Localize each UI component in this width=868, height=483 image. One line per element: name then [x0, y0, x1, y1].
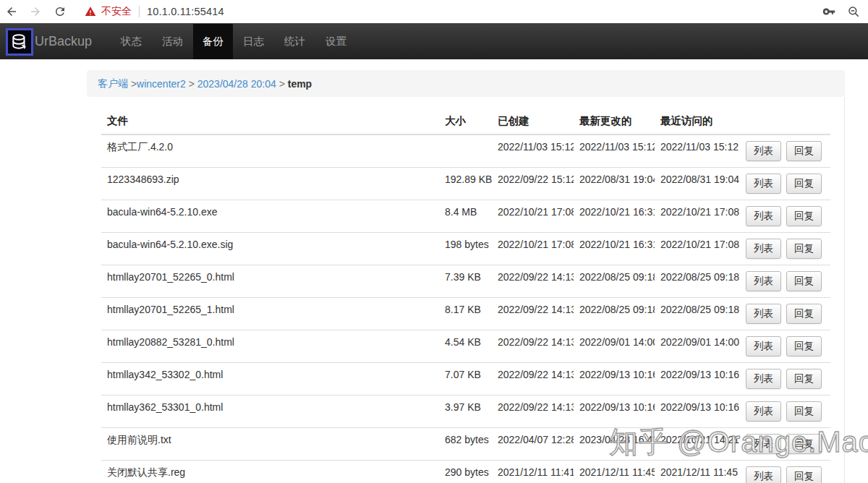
- table-row: bacula-win64-5.2.10.exe.sig198 bytes2022…: [101, 233, 830, 265]
- restore-button[interactable]: 回复: [786, 401, 822, 422]
- list-button[interactable]: 列表: [746, 401, 781, 422]
- cell-modified: 2022/10/21 16:31: [574, 200, 655, 233]
- breadcrumb-link-2[interactable]: wincenter2: [137, 78, 186, 90]
- cell-size: 7.07 KB: [439, 363, 492, 396]
- cell-accessed: 2022/10/21 14:21: [655, 428, 740, 461]
- list-button[interactable]: 列表: [746, 466, 781, 483]
- cell-created: 2022/04/07 12:28: [492, 428, 574, 461]
- restore-button[interactable]: 回复: [786, 336, 822, 356]
- cell-modified: 2022/09/13 10:16: [574, 363, 655, 396]
- cell-actions: 列表回复: [740, 396, 830, 428]
- cell-modified: 2023/04/28 16:41: [574, 428, 655, 461]
- key-icon[interactable]: [822, 4, 836, 19]
- cell-accessed: 2022/09/13 10:16: [655, 396, 740, 428]
- list-button[interactable]: 列表: [746, 239, 781, 259]
- nav-tab-activities[interactable]: 活动: [152, 24, 193, 59]
- restore-button[interactable]: 回复: [786, 304, 822, 324]
- breadcrumb-separator: >: [276, 78, 288, 90]
- restore-button[interactable]: 回复: [786, 239, 822, 259]
- cell-actions: 列表回复: [740, 233, 830, 265]
- urbackup-logo-icon: [6, 28, 33, 56]
- cell-modified: 2022/10/21 16:31: [574, 233, 655, 265]
- breadcrumb: 客户端 >wincenter2 > 2023/04/28 20:04 > tem…: [87, 70, 845, 97]
- cell-actions: 列表回复: [740, 330, 830, 363]
- breadcrumb-separator: >: [186, 78, 197, 90]
- col-header-accessed: 最近访问的: [655, 108, 740, 134]
- list-button[interactable]: 列表: [746, 304, 781, 324]
- restore-button[interactable]: 回复: [786, 206, 822, 226]
- cell-file-name: htmllay342_53302_0.html: [101, 363, 439, 396]
- col-header-actions: [740, 108, 830, 134]
- cell-accessed: 2021/12/11 11:45: [655, 461, 740, 483]
- cell-created: 2022/09/22 14:13: [492, 298, 574, 330]
- cell-accessed: 2022/09/01 14:00: [655, 330, 740, 363]
- list-button[interactable]: 列表: [746, 271, 781, 291]
- nav-menu: 状态活动备份日志统计设置: [111, 24, 357, 59]
- list-button[interactable]: 列表: [746, 206, 781, 226]
- list-button[interactable]: 列表: [746, 434, 781, 454]
- address-bar-url[interactable]: 10.1.0.11:55414: [147, 6, 224, 17]
- col-header-size: 大小: [439, 108, 492, 134]
- content-right-edge: [844, 97, 845, 483]
- table-row: htmllay342_53302_0.html7.07 KB2022/09/22…: [101, 363, 830, 396]
- cell-file-name: htmllay362_53301_0.html: [101, 396, 439, 428]
- breadcrumb-link-4[interactable]: 2023/04/28 20:04: [197, 78, 276, 90]
- warning-triangle-icon: [85, 6, 96, 17]
- cell-size: 7.39 KB: [439, 265, 492, 298]
- cell-created: 2022/09/22 14:13: [492, 396, 574, 428]
- nav-tab-logs[interactable]: 日志: [233, 24, 274, 59]
- restore-button[interactable]: 回复: [786, 141, 822, 161]
- cell-actions: 列表回复: [740, 168, 830, 200]
- cell-created: 2022/09/22 14:13: [492, 265, 574, 298]
- breadcrumb-separator: >: [128, 78, 137, 90]
- cell-accessed: 2022/08/31 19:04: [655, 168, 740, 200]
- table-row: htmllay20701_52265_0.html7.39 KB2022/09/…: [101, 265, 830, 298]
- list-button[interactable]: 列表: [746, 336, 781, 356]
- cell-created: 2022/09/22 15:12: [492, 168, 574, 200]
- cell-modified: 2022/09/13 10:16: [574, 396, 655, 428]
- back-icon[interactable]: [4, 4, 19, 19]
- cell-size: 682 bytes: [439, 428, 492, 461]
- cell-accessed: 2022/08/25 09:18: [655, 298, 740, 330]
- nav-tab-settings[interactable]: 设置: [315, 24, 357, 59]
- cell-size: 3.97 KB: [439, 396, 492, 428]
- cell-file-name: bacula-win64-5.2.10.exe: [101, 200, 439, 233]
- cell-created: 2022/11/03 15:12: [492, 134, 574, 168]
- restore-button[interactable]: 回复: [786, 174, 822, 194]
- breadcrumb-link-0[interactable]: 客户端: [98, 77, 128, 90]
- content-area: 客户端 >wincenter2 > 2023/04/28 20:04 > tem…: [87, 70, 845, 483]
- table-row: htmllay20882_53281_0.html4.54 KB2022/09/…: [101, 330, 830, 363]
- cell-size: 8.17 KB: [439, 298, 492, 330]
- cell-size: [439, 134, 492, 168]
- restore-button[interactable]: 回复: [786, 466, 822, 483]
- nav-tab-backups[interactable]: 备份: [193, 24, 233, 59]
- list-button[interactable]: 列表: [746, 141, 781, 161]
- breadcrumb-current: temp: [288, 78, 312, 90]
- cell-actions: 列表回复: [740, 428, 830, 461]
- nav-tab-status[interactable]: 状态: [111, 24, 152, 59]
- zoom-icon[interactable]: [846, 4, 861, 19]
- urbackup-logo[interactable]: UrBackup: [0, 24, 92, 59]
- cell-file-name: 1223348693.zip: [101, 168, 439, 200]
- forward-icon[interactable]: [28, 4, 43, 19]
- cell-size: 198 bytes: [439, 233, 492, 265]
- restore-button[interactable]: 回复: [786, 369, 822, 389]
- navbar: UrBackup 状态活动备份日志统计设置: [0, 23, 868, 59]
- table-row: htmllay20701_52265_1.html8.17 KB2022/09/…: [101, 298, 830, 330]
- col-header-created: 已创建: [492, 108, 574, 134]
- cell-actions: 列表回复: [740, 363, 830, 396]
- list-button[interactable]: 列表: [746, 174, 781, 194]
- table-row: 格式工厂.4.2.02022/11/03 15:122022/11/03 15:…: [101, 134, 830, 168]
- reload-icon[interactable]: [53, 4, 67, 19]
- nav-tab-statistics[interactable]: 统计: [274, 24, 315, 59]
- list-button[interactable]: 列表: [746, 369, 781, 389]
- restore-button[interactable]: 回复: [786, 271, 822, 291]
- table-row: htmllay362_53301_0.html3.97 KB2022/09/22…: [101, 396, 830, 428]
- cell-file-name: 使用前说明.txt: [101, 428, 439, 461]
- security-chip[interactable]: 不安全: [85, 5, 132, 18]
- col-header-modified: 最新更改的: [574, 108, 655, 134]
- file-table: 文件 大小 已创建 最新更改的 最近访问的 格式工厂.4.2.02022/11/…: [101, 108, 830, 483]
- cell-file-name: bacula-win64-5.2.10.exe.sig: [101, 233, 439, 265]
- restore-button[interactable]: 回复: [786, 434, 822, 454]
- cell-created: 2022/10/21 17:08: [492, 233, 574, 265]
